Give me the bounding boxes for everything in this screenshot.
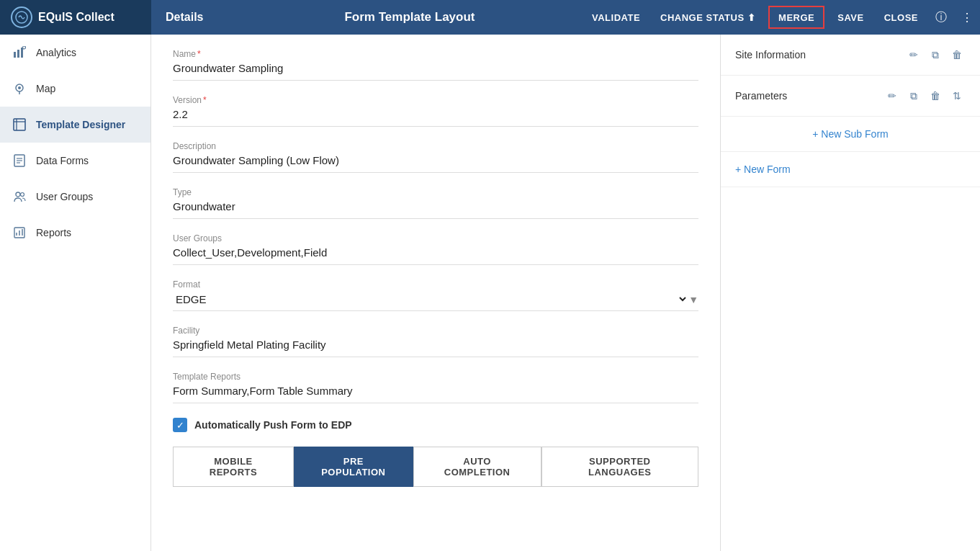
sidebar-template-label: Template Designer: [36, 119, 125, 130]
sidebar-item-analytics[interactable]: Analytics: [0, 35, 150, 71]
pre-population-button[interactable]: PRE POPULATION: [294, 447, 413, 487]
more-options-icon: ⋮: [961, 11, 973, 24]
version-field-group: Version* 2.2: [173, 95, 698, 127]
parameters-delete-button[interactable]: 🗑: [927, 87, 944, 104]
svg-rect-3: [21, 48, 23, 58]
facility-field-group: Facility Springfield Metal Plating Facil…: [173, 326, 698, 357]
svg-point-15: [16, 192, 20, 197]
save-button[interactable]: SAVE: [827, 0, 873, 35]
parameters-edit-button[interactable]: ✏: [884, 87, 901, 104]
svg-rect-2: [17, 50, 19, 58]
main-layout: Analytics Map Template Designer: [0, 35, 980, 551]
site-information-actions: ✏ ⧉ 🗑: [905, 46, 966, 63]
description-value[interactable]: Groundwater Sampling (Low Flow): [173, 154, 698, 173]
sidebar-reports-label: Reports: [36, 227, 71, 238]
user-groups-field-group: User Groups Collect_User,Development,Fie…: [173, 233, 698, 265]
delete-icon-2: 🗑: [930, 90, 940, 102]
bottom-buttons: MOBILE REPORTS PRE POPULATION AUTO COMPL…: [173, 447, 698, 487]
site-information-label: Site Information: [735, 49, 806, 61]
name-label: Name*: [173, 49, 698, 59]
supported-languages-button[interactable]: SUPPORTED LANGUAGES: [541, 447, 698, 487]
edit-icon: ✏: [909, 49, 918, 61]
sidebar-data-forms-label: Data Forms: [36, 155, 89, 166]
reports-icon: [12, 225, 27, 241]
more-options-button[interactable]: ⋮: [954, 0, 980, 35]
type-value[interactable]: Groundwater: [173, 200, 698, 219]
top-bar: EQuIS Collect Details Form Template Layo…: [0, 0, 980, 35]
site-info-delete-button[interactable]: 🗑: [948, 46, 966, 63]
info-icon: ⓘ: [935, 10, 947, 25]
merge-button[interactable]: MERGE: [768, 6, 824, 29]
template-designer-icon: [12, 117, 27, 133]
copy-icon: ⧉: [932, 49, 939, 61]
mobile-reports-button[interactable]: MOBILE REPORTS: [173, 447, 294, 487]
sidebar-item-reports[interactable]: Reports: [0, 215, 150, 251]
app-title: EQuIS Collect: [38, 11, 114, 24]
site-information-row: Site Information ✏ ⧉ 🗑: [721, 35, 980, 76]
delete-icon: 🗑: [952, 49, 962, 61]
copy-icon-2: ⧉: [910, 90, 917, 102]
logo-icon: [11, 6, 32, 28]
site-info-edit-button[interactable]: ✏: [905, 46, 922, 63]
facility-value[interactable]: Springfield Metal Plating Facility: [173, 339, 698, 357]
parameters-copy-button[interactable]: ⧉: [905, 87, 922, 104]
svg-point-4: [23, 46, 26, 49]
map-icon: [12, 81, 27, 97]
template-reports-value[interactable]: Form Summary,Form Table Summary: [173, 385, 698, 403]
new-sub-form-button[interactable]: + New Sub Form: [721, 117, 980, 152]
info-icon-button[interactable]: ⓘ: [928, 0, 954, 35]
auto-push-checkbox[interactable]: ✓: [173, 418, 187, 432]
format-select-wrapper: EDGE ▼: [173, 292, 698, 311]
select-arrow-icon: ▼: [688, 294, 698, 305]
validate-button[interactable]: VALIDATE: [582, 0, 650, 35]
site-info-copy-button[interactable]: ⧉: [927, 46, 944, 63]
format-select[interactable]: EDGE: [173, 292, 688, 306]
format-field-group: Format EDGE ▼: [173, 279, 698, 311]
user-groups-value[interactable]: Collect_User,Development,Field: [173, 246, 698, 265]
template-reports-field-group: Template Reports Form Summary,Form Table…: [173, 372, 698, 403]
right-panel: Site Information ✏ ⧉ 🗑 Parameters: [721, 35, 980, 551]
new-form-button[interactable]: + New Form: [721, 152, 980, 187]
version-value[interactable]: 2.2: [173, 108, 698, 127]
type-label: Type: [173, 187, 698, 197]
parameters-actions: ✏ ⧉ 🗑 ⇅: [884, 87, 966, 104]
section-title: Details: [151, 11, 238, 24]
template-reports-label: Template Reports: [173, 372, 698, 382]
sidebar-item-data-forms[interactable]: Data Forms: [0, 143, 150, 179]
auto-completion-button[interactable]: AUTO COMPLETION: [413, 447, 541, 487]
parameters-row: Parameters ✏ ⧉ 🗑 ⇅: [721, 76, 980, 117]
parameters-reorder-button[interactable]: ⇅: [948, 87, 966, 104]
sidebar-item-map[interactable]: Map: [0, 71, 150, 107]
sidebar-map-label: Map: [36, 83, 55, 94]
svg-rect-8: [14, 119, 25, 130]
close-button[interactable]: CLOSE: [874, 0, 928, 35]
name-field-group: Name* Groundwater Sampling: [173, 49, 698, 81]
content-area: Name* Groundwater Sampling Version* 2.2 …: [151, 35, 980, 551]
sidebar-analytics-label: Analytics: [36, 47, 76, 58]
parameters-label: Parameters: [735, 90, 787, 102]
auto-push-label: Automatically Push Form to EDP: [194, 419, 352, 431]
change-status-icon: ⬆: [747, 12, 756, 23]
name-value[interactable]: Groundwater Sampling: [173, 62, 698, 81]
analytics-icon: [12, 45, 27, 61]
page-title: Form Template Layout: [238, 10, 582, 24]
edit-icon-2: ✏: [888, 90, 896, 102]
svg-point-6: [18, 86, 21, 89]
reorder-icon: ⇅: [953, 90, 961, 102]
top-bar-actions: VALIDATE CHANGE STATUS ⬆ MERGE SAVE CLOS…: [582, 0, 980, 35]
svg-point-16: [21, 193, 24, 197]
sidebar-item-template-designer[interactable]: Template Designer: [0, 107, 150, 143]
format-label: Format: [173, 279, 698, 290]
change-status-button[interactable]: CHANGE STATUS ⬆: [650, 0, 765, 35]
checkbox-area[interactable]: ✓ Automatically Push Form to EDP: [173, 418, 698, 432]
svg-rect-1: [14, 52, 16, 58]
app-logo: EQuIS Collect: [0, 0, 151, 35]
description-label: Description: [173, 141, 698, 151]
sidebar-item-user-groups[interactable]: User Groups: [0, 179, 150, 215]
sidebar: Analytics Map Template Designer: [0, 35, 151, 551]
user-groups-label: User Groups: [173, 233, 698, 243]
version-label: Version*: [173, 95, 698, 105]
form-details-panel: Name* Groundwater Sampling Version* 2.2 …: [151, 35, 721, 551]
type-field-group: Type Groundwater: [173, 187, 698, 219]
user-groups-icon: [12, 189, 27, 205]
